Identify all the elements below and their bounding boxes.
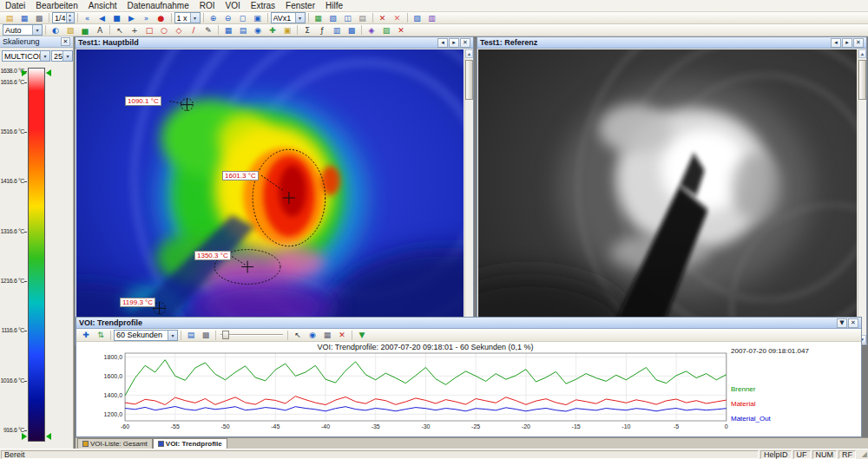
copy-chart-icon[interactable]: ▤ bbox=[184, 330, 198, 341]
temp-annotation[interactable]: 1090.1 °C bbox=[125, 96, 161, 106]
hotspot-icon[interactable]: ◉ bbox=[251, 24, 265, 36]
close-icon[interactable]: ✕ bbox=[848, 318, 858, 328]
zoom-in-icon[interactable]: ⊕ bbox=[207, 12, 220, 23]
profile-view-icon[interactable]: ▧ bbox=[326, 12, 340, 23]
palette-icon[interactable]: ▧ bbox=[63, 24, 77, 36]
scroll-up-icon[interactable]: ▲ bbox=[858, 49, 866, 58]
record-icon[interactable]: ● bbox=[155, 12, 168, 23]
averaging-select[interactable]: AVx1▾ bbox=[271, 12, 306, 23]
menu-datei[interactable]: Datei bbox=[0, 0, 30, 12]
menu-extras[interactable]: Extras bbox=[246, 0, 280, 12]
text-tool-icon[interactable]: A bbox=[93, 24, 107, 36]
play-icon[interactable]: ▶ bbox=[125, 12, 139, 23]
levels-select[interactable]: 256 ▾ bbox=[51, 50, 73, 62]
spinner-arrows-icon[interactable]: ▲▼ bbox=[66, 13, 74, 23]
report-icon[interactable]: ▥ bbox=[425, 12, 439, 23]
export-icon[interactable]: ▨ bbox=[379, 24, 393, 36]
3d-view-icon[interactable]: ◈ bbox=[365, 24, 378, 36]
voi-list-icon[interactable]: ▣ bbox=[280, 24, 294, 36]
menu-voi[interactable]: VOI bbox=[220, 0, 245, 12]
rectangle-roi-icon[interactable]: □ bbox=[142, 24, 156, 36]
close-icon[interactable]: ✕ bbox=[853, 38, 864, 48]
delete-roi-icon[interactable]: ✕ bbox=[376, 12, 390, 23]
menu-datenaufnahme[interactable]: Datenaufnahme bbox=[122, 0, 194, 12]
temp-annotation[interactable]: 1199.3 °C bbox=[120, 298, 155, 307]
statistics-icon[interactable]: Σ bbox=[300, 24, 314, 36]
palette-select[interactable]: MULTICOLOR ▾ bbox=[2, 50, 50, 62]
ellipse-roi-icon[interactable]: ○ bbox=[157, 24, 171, 36]
scale-upper-limit-marker[interactable] bbox=[46, 69, 51, 76]
scale-lower-limit-marker[interactable] bbox=[46, 433, 51, 440]
reference-image-canvas[interactable] bbox=[478, 49, 857, 344]
print-chart-icon[interactable]: ▩ bbox=[199, 330, 213, 341]
color-scale-bar[interactable] bbox=[28, 68, 45, 442]
dock-icon[interactable]: ▼ bbox=[837, 318, 847, 328]
export-chart-icon[interactable]: ▼ bbox=[355, 330, 369, 341]
menu-ansicht[interactable]: Ansicht bbox=[83, 0, 122, 12]
original-size-icon[interactable]: ▣ bbox=[251, 12, 265, 23]
open-file-icon[interactable]: ▤ bbox=[3, 12, 16, 23]
slider-thumb[interactable] bbox=[222, 331, 229, 339]
thermal-image-canvas[interactable]: 1090.1 °C 1601.3 °C 1350.3 °C 1199.3 °C bbox=[76, 49, 464, 344]
speed-select[interactable]: 1 x▾ bbox=[174, 12, 201, 23]
line-roi-icon[interactable]: / bbox=[187, 24, 201, 36]
scroll-right-icon[interactable]: ▸ bbox=[842, 38, 852, 48]
scroll-left-icon[interactable]: ◂ bbox=[831, 38, 841, 48]
time-slider[interactable] bbox=[220, 330, 283, 340]
autoscale-icon[interactable]: ⇅ bbox=[94, 330, 108, 341]
scale-lower-limit-marker[interactable] bbox=[22, 433, 27, 440]
resize-grip[interactable]: ◢ bbox=[858, 450, 868, 458]
close-icon[interactable]: ✕ bbox=[61, 37, 70, 46]
data-table-icon[interactable]: ▦ bbox=[320, 330, 334, 341]
scroll-right-icon[interactable]: ▸ bbox=[449, 38, 459, 48]
main-window-titlebar[interactable]: Test1: Hauptbild ◂ ▸ ✕ bbox=[76, 37, 473, 49]
scaling-mode-select[interactable]: Auto▾ bbox=[3, 24, 43, 36]
close-icon[interactable]: ✕ bbox=[460, 38, 470, 48]
tab-voi-liste-gesamt[interactable]: VOI-Liste: Gesamt bbox=[77, 438, 153, 449]
grid-icon[interactable]: ▦ bbox=[221, 24, 235, 36]
point-roi-icon[interactable]: + bbox=[128, 24, 141, 36]
menu-bearbeiten[interactable]: Bearbeiten bbox=[30, 0, 82, 12]
isotherm-icon[interactable]: ▤ bbox=[236, 24, 250, 36]
scrollbar-thumb[interactable] bbox=[858, 60, 866, 100]
menu-roi[interactable]: ROI bbox=[194, 0, 220, 12]
trend-icon[interactable]: ▩ bbox=[345, 24, 358, 36]
polygon-roi-icon[interactable]: ◇ bbox=[172, 24, 186, 36]
delete-all-rois-icon[interactable]: ✕ bbox=[391, 12, 404, 23]
layout-icon[interactable]: ▤ bbox=[356, 12, 370, 23]
trend-chart[interactable]: -60-55-50-45-40-35-30-25-20-15-10-501200… bbox=[76, 342, 861, 436]
scroll-left-icon[interactable]: ◂ bbox=[437, 38, 448, 48]
vertical-scrollbar[interactable]: ▲ ▼ bbox=[464, 49, 473, 344]
menu-fenster[interactable]: Fenster bbox=[280, 0, 320, 12]
interval-select[interactable]: 60 Sekunden▾ bbox=[114, 330, 178, 341]
scale-upper-limit-marker[interactable] bbox=[22, 69, 27, 76]
scroll-up-icon[interactable]: ▲ bbox=[465, 49, 473, 58]
stop-icon[interactable]: ■ bbox=[110, 12, 124, 23]
reference-window-titlebar[interactable]: Test1: Referenz ◂ ▸ ✕ bbox=[477, 37, 866, 49]
fit-window-icon[interactable]: ◻ bbox=[236, 12, 250, 23]
close-all-icon[interactable]: ✕ bbox=[394, 24, 408, 36]
pan-chart-icon[interactable]: ✚ bbox=[79, 330, 93, 341]
previous-frame-icon[interactable]: ◀ bbox=[95, 12, 109, 23]
matrix-view-icon[interactable]: ▦ bbox=[312, 12, 326, 23]
save-icon[interactable]: ▦ bbox=[17, 12, 31, 23]
add-voi-icon[interactable]: ✚ bbox=[266, 24, 279, 36]
table-icon[interactable]: ▥ bbox=[330, 24, 344, 36]
vertical-scrollbar[interactable]: ▲ ▼ bbox=[858, 49, 866, 344]
temp-annotation[interactable]: 1350.3 °C bbox=[194, 251, 231, 260]
split-view-icon[interactable]: ◫ bbox=[341, 12, 355, 23]
histogram-icon[interactable]: ▅ bbox=[78, 24, 92, 36]
menu-hilfe[interactable]: Hilfe bbox=[320, 0, 348, 12]
contrast-icon[interactable]: ◐ bbox=[49, 24, 62, 36]
trend-panel-titlebar[interactable]: VOI: Trendprofile ▼ ✕ bbox=[76, 318, 861, 329]
first-frame-icon[interactable]: « bbox=[81, 12, 95, 23]
print-icon[interactable]: ▩ bbox=[32, 12, 46, 23]
formula-icon[interactable]: ƒ bbox=[315, 24, 329, 36]
next-frame-icon[interactable]: » bbox=[140, 12, 154, 23]
clear-chart-icon[interactable]: ✕ bbox=[335, 330, 349, 341]
snapshot-icon[interactable]: ▨ bbox=[411, 12, 424, 23]
show-values-icon[interactable]: ◉ bbox=[306, 330, 319, 341]
zoom-out-icon[interactable]: ⊖ bbox=[221, 12, 235, 23]
chart-cursor-icon[interactable]: ↖ bbox=[291, 330, 305, 341]
annotation-icon[interactable]: ✎ bbox=[201, 24, 215, 36]
